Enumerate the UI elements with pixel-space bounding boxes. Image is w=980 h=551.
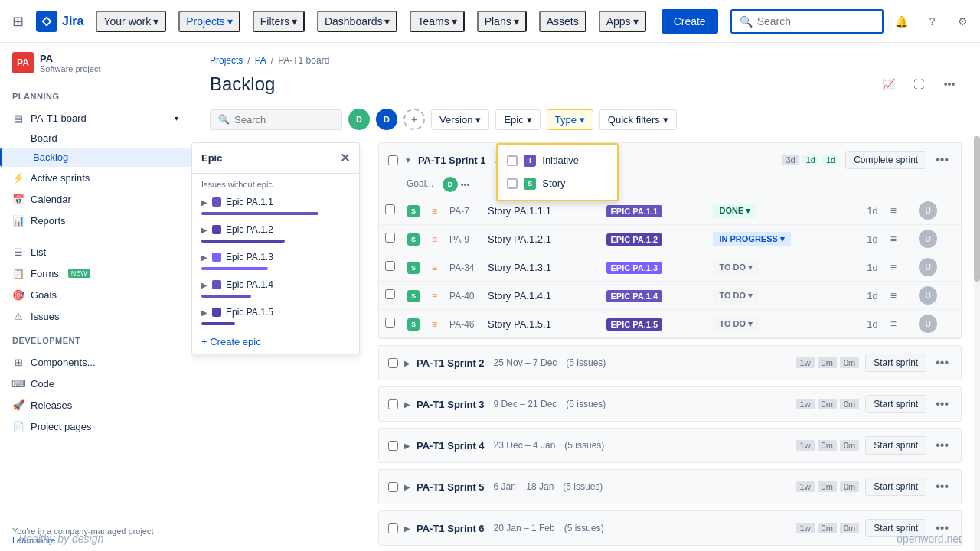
type-initiative-item[interactable]: I Initiative xyxy=(498,149,617,172)
sidebar-item-calendar[interactable]: 📅 Calendar xyxy=(0,188,191,210)
breadcrumb-project[interactable]: PA xyxy=(255,55,266,66)
sidebar-item-project-pages[interactable]: 📄 Project pages xyxy=(0,416,191,437)
issue-checkbox[interactable] xyxy=(385,318,395,328)
sidebar-item-pa-t1-board[interactable]: ▤ PA-T1 board ▾ xyxy=(0,107,191,129)
sprint-5-header[interactable]: ▶ PA-T1 Sprint 5 6 Jan – 18 Jan (5 issue… xyxy=(379,470,961,504)
sprint-2-header[interactable]: ▶ PA-T1 Sprint 2 25 Nov – 7 Dec (5 issue… xyxy=(379,346,961,380)
sprint-3-header[interactable]: ▶ PA-T1 Sprint 3 9 Dec – 21 Dec (5 issue… xyxy=(379,387,961,421)
epic-item-4[interactable]: ▶ Epic PA.1.4 xyxy=(192,275,359,295)
sprint-1-more-icon[interactable]: ••• xyxy=(933,152,952,168)
create-button[interactable]: Create xyxy=(662,9,718,34)
row-more-icon[interactable]: ≡ xyxy=(890,204,897,217)
sprint-4-chevron[interactable]: ▶ xyxy=(404,442,410,450)
chart-icon[interactable]: 📈 xyxy=(876,72,900,96)
avatar-filter-1[interactable]: D xyxy=(348,109,370,130)
status-badge[interactable]: TO DO ▾ xyxy=(713,317,759,331)
sprint-3-more-icon[interactable]: ••• xyxy=(933,396,952,412)
learn-more-link[interactable]: Learn more xyxy=(12,536,55,545)
nav-filters[interactable]: Filters ▾ xyxy=(253,11,305,32)
nav-teams[interactable]: Teams ▾ xyxy=(410,11,464,32)
nav-apps[interactable]: Apps ▾ xyxy=(599,11,646,32)
status-badge[interactable]: DONE ▾ xyxy=(713,204,756,218)
sidebar-item-issues[interactable]: ⚠ Issues xyxy=(0,305,191,327)
nav-assets[interactable]: Assets xyxy=(539,11,586,32)
sidebar-item-list[interactable]: ☰ List xyxy=(0,241,191,262)
sprint-5-checkbox[interactable] xyxy=(388,482,398,492)
start-sprint-2-button[interactable]: Start sprint xyxy=(865,354,926,372)
version-filter-button[interactable]: Version ▾ xyxy=(431,109,489,130)
status-badge[interactable]: TO DO ▾ xyxy=(713,289,759,303)
row-more-icon[interactable]: ≡ xyxy=(890,318,897,330)
fullscreen-icon[interactable]: ⛶ xyxy=(906,72,931,96)
sidebar-item-forms[interactable]: 📋 Forms NEW xyxy=(0,262,191,284)
sprint-4-checkbox[interactable] xyxy=(388,441,398,451)
sprint-4-header[interactable]: ▶ PA-T1 Sprint 4 23 Dec – 4 Jan (5 issue… xyxy=(379,429,961,462)
nav-plans[interactable]: Plans ▾ xyxy=(477,11,527,32)
add-people-button[interactable]: + xyxy=(403,109,425,130)
epic-filter-button[interactable]: Epic ▾ xyxy=(495,109,540,130)
notifications-icon[interactable]: 🔔 xyxy=(890,9,914,34)
sprint-6-header[interactable]: ▶ PA-T1 Sprint 6 20 Jan – 1 Feb (5 issue… xyxy=(379,511,961,545)
backlog-search-input[interactable] xyxy=(234,114,334,126)
sprint-2-chevron[interactable]: ▶ xyxy=(404,359,410,367)
row-more-icon[interactable]: ≡ xyxy=(890,233,897,245)
epic-item-3[interactable]: ▶ Epic PA.1.3 xyxy=(192,247,359,267)
start-sprint-6-button[interactable]: Start sprint xyxy=(865,519,926,537)
sprint-3-chevron[interactable]: ▶ xyxy=(404,400,410,409)
row-more-icon[interactable]: ≡ xyxy=(890,289,897,302)
sprint-2-checkbox[interactable] xyxy=(388,358,398,368)
avatar-filter-2[interactable]: D xyxy=(376,109,397,130)
complete-sprint-button[interactable]: Complete sprint xyxy=(845,151,926,169)
jira-logo[interactable]: Jira xyxy=(36,11,83,32)
issue-checkbox[interactable] xyxy=(385,289,395,299)
settings-icon[interactable]: ⚙ xyxy=(951,9,975,34)
sidebar-item-goals[interactable]: 🎯 Goals xyxy=(0,284,191,305)
start-sprint-3-button[interactable]: Start sprint xyxy=(865,395,926,413)
help-icon[interactable]: ? xyxy=(920,9,945,34)
sprint-6-chevron[interactable]: ▶ xyxy=(404,524,410,533)
row-more-icon[interactable]: ≡ xyxy=(890,261,897,273)
sprint-2-more-icon[interactable]: ••• xyxy=(933,354,952,371)
sprint-4-more-icon[interactable]: ••• xyxy=(933,437,952,454)
epic-close-button[interactable]: ✕ xyxy=(340,151,350,165)
nav-dashboards[interactable]: Dashboards ▾ xyxy=(317,11,398,32)
table-row[interactable]: S ≡ PA-46 Story PA.1.5.1 EPIC PA.1.5 TO … xyxy=(379,310,961,338)
toolbar-search[interactable]: 🔍 xyxy=(210,109,342,130)
sprint-1-chevron[interactable]: ▼ xyxy=(404,156,412,165)
status-badge[interactable]: IN PROGRESS ▾ xyxy=(713,232,790,246)
epic-item-5[interactable]: ▶ Epic PA.1.5 xyxy=(192,302,359,322)
issue-checkbox[interactable] xyxy=(385,233,395,243)
epic-item-1[interactable]: ▶ Epic PA.1.1 xyxy=(192,192,359,212)
table-row[interactable]: S ≡ PA-40 Story PA.1.4.1 EPIC PA.1.4 TO … xyxy=(379,282,961,310)
sprint-1-header[interactable]: ▼ PA-T1 Sprint 1 11 Nov 3d 1d 1d Complet… xyxy=(379,143,961,177)
grid-icon[interactable]: ⊞ xyxy=(12,13,24,30)
sprint-5-more-icon[interactable]: ••• xyxy=(933,478,952,495)
sprint-5-chevron[interactable]: ▶ xyxy=(404,483,410,491)
epic-item-2[interactable]: ▶ Epic PA.1.2 xyxy=(192,220,359,240)
sidebar-item-backlog[interactable]: Backlog xyxy=(0,148,191,167)
sidebar-item-board[interactable]: Board xyxy=(0,129,191,148)
issue-checkbox[interactable] xyxy=(385,261,395,271)
story-checkbox[interactable] xyxy=(507,178,518,189)
sidebar-item-components[interactable]: ⊞ Components... xyxy=(0,351,191,373)
sprint-1-checkbox[interactable] xyxy=(388,155,398,165)
status-badge[interactable]: TO DO ▾ xyxy=(713,260,759,275)
sprint-6-more-icon[interactable]: ••• xyxy=(933,520,952,536)
sprint-6-checkbox[interactable] xyxy=(388,523,398,533)
search-box[interactable]: 🔍 xyxy=(730,9,884,34)
nav-your-work[interactable]: Your work ▾ xyxy=(96,11,166,32)
sidebar-item-reports[interactable]: 📊 Reports xyxy=(0,210,191,231)
quick-filters-button[interactable]: Quick filters ▾ xyxy=(599,109,677,130)
breadcrumb-projects[interactable]: Projects xyxy=(210,55,243,66)
start-sprint-4-button[interactable]: Start sprint xyxy=(865,436,926,455)
type-story-item[interactable]: S Story xyxy=(498,172,617,195)
scroll-thumb[interactable] xyxy=(974,136,980,282)
initiative-checkbox[interactable] xyxy=(507,155,518,166)
issue-checkbox[interactable] xyxy=(385,204,395,214)
create-epic-button[interactable]: + Create epic xyxy=(192,330,359,354)
type-filter-button[interactable]: Type ▾ xyxy=(547,109,593,130)
sidebar-item-releases[interactable]: 🚀 Releases xyxy=(0,394,191,416)
table-row[interactable]: S ≡ PA-34 Story PA.1.3.1 EPIC PA.1.3 TO … xyxy=(379,253,961,282)
table-row[interactable]: S ≡ PA-9 Story PA.1.2.1 EPIC PA.1.2 IN P… xyxy=(379,225,961,253)
search-input[interactable] xyxy=(757,15,874,28)
